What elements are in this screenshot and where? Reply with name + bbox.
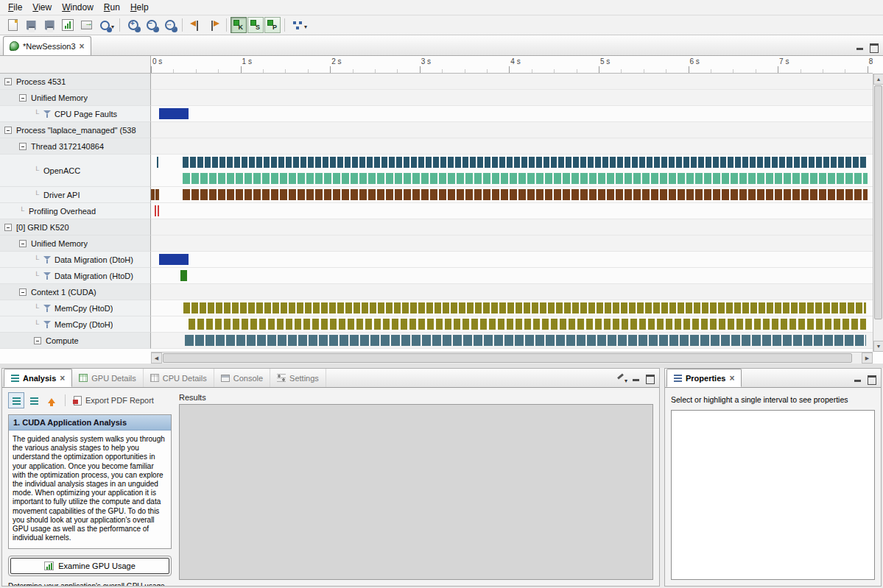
activity-bar[interactable]: [159, 254, 189, 265]
timeline-lane[interactable]: [151, 252, 873, 268]
collapse-icon[interactable]: [4, 224, 12, 231]
activity-bar[interactable]: [189, 319, 866, 330]
examine-gpu-usage-button-inner[interactable]: Examine GPU Usage: [10, 558, 169, 574]
tree-cell[interactable]: Unified Memory: [0, 90, 151, 106]
collapse-icon[interactable]: [4, 127, 12, 134]
vertical-scrollbar[interactable]: [873, 74, 883, 352]
filter-icon[interactable]: [43, 304, 52, 313]
menu-item-run[interactable]: Run: [99, 1, 125, 14]
timeline-lane[interactable]: [151, 284, 873, 300]
examine-gpu-usage-button[interactable]: Examine GPU Usage: [8, 556, 172, 576]
collapse-icon[interactable]: [19, 94, 27, 102]
tree-cell[interactable]: Context 1 (CUDA): [0, 284, 151, 300]
analysis-menu-button[interactable]: [289, 17, 309, 33]
activity-bar[interactable]: [183, 157, 868, 168]
timeline-lane[interactable]: [151, 74, 873, 90]
menu-item-file[interactable]: File: [3, 1, 27, 14]
tree-cell[interactable]: Data Migration (HtoD): [0, 268, 151, 284]
vertical-scroll-thumb[interactable]: [874, 85, 882, 319]
tree-cell[interactable]: Process "laplace_managed" (538: [0, 122, 151, 138]
close-icon[interactable]: [80, 42, 85, 51]
filter-icon[interactable]: [43, 272, 52, 280]
close-icon[interactable]: [60, 374, 65, 383]
back-button[interactable]: [43, 392, 60, 408]
tree-cell[interactable]: [0] GRID K520: [0, 219, 151, 235]
tree-cell[interactable]: Data Migration (DtoH): [0, 252, 151, 268]
save-all-button[interactable]: [41, 17, 58, 33]
scroll-left-button[interactable]: [151, 353, 162, 364]
save-button[interactable]: [22, 17, 40, 33]
minimize-button[interactable]: [856, 43, 864, 51]
tree-cell[interactable]: MemCpy (HtoD): [0, 300, 151, 316]
session-tab[interactable]: *NewSession3: [3, 36, 91, 55]
timeline-lane[interactable]: [151, 187, 873, 203]
menu-item-view[interactable]: View: [27, 1, 57, 14]
tree-cell[interactable]: MemCpy (DtoH): [0, 316, 151, 333]
minimize-button[interactable]: [633, 375, 640, 382]
activity-bar[interactable]: [180, 270, 187, 281]
timeline-lane[interactable]: [151, 106, 873, 122]
tree-cell[interactable]: Unified Memory: [0, 235, 151, 252]
timeline-lane[interactable]: [151, 333, 873, 349]
tree-cell[interactable]: OpenACC: [0, 155, 151, 187]
scroll-up-button[interactable]: [873, 74, 883, 85]
timeline-lane[interactable]: [151, 122, 873, 138]
horizontal-scrollbar[interactable]: [151, 352, 873, 364]
zoom-out-button[interactable]: [142, 17, 160, 33]
export-button[interactable]: [77, 17, 95, 33]
tab-settings[interactable]: Settings: [270, 369, 326, 387]
stream-toggle-button[interactable]: S: [247, 17, 264, 33]
collapse-icon[interactable]: [19, 288, 27, 296]
zoom-in-button[interactable]: [124, 17, 141, 33]
menu-item-window[interactable]: Window: [57, 1, 99, 14]
timeline-lane[interactable]: [151, 316, 873, 333]
menu-item-help[interactable]: Help: [125, 1, 154, 14]
export-pdf-button[interactable]: Export PDF Report: [71, 392, 157, 408]
unguided-analysis-button[interactable]: [26, 392, 42, 408]
tree-cell[interactable]: Compute: [0, 333, 151, 349]
activity-bar[interactable]: [158, 205, 159, 216]
timeline-lane[interactable]: [151, 300, 873, 316]
filter-icon[interactable]: [43, 110, 52, 118]
next-marker-button[interactable]: [205, 17, 222, 33]
collapse-icon[interactable]: [19, 240, 27, 247]
timeline-lane[interactable]: [151, 155, 873, 187]
minimize-button[interactable]: [854, 375, 862, 383]
timeline-lane[interactable]: [151, 219, 873, 235]
tree-cell[interactable]: Process 4531: [0, 74, 151, 90]
tree-cell[interactable]: CPU Page Faults: [0, 106, 151, 122]
tab-console[interactable]: Console: [214, 369, 270, 387]
new-file-button[interactable]: [4, 17, 21, 33]
view-menu-icon[interactable]: [616, 374, 627, 383]
timeline-lane[interactable]: [151, 138, 873, 155]
collapse-icon[interactable]: [34, 337, 41, 344]
filter-icon[interactable]: [43, 255, 52, 264]
close-icon[interactable]: [729, 374, 734, 383]
activity-bar[interactable]: [183, 302, 867, 314]
horizontal-scroll-thumb[interactable]: [163, 353, 852, 363]
tree-cell[interactable]: Profiling Overhead: [0, 203, 151, 219]
process-toggle-button[interactable]: P: [264, 17, 281, 33]
timeline-lane[interactable]: [151, 235, 873, 252]
activity-bar[interactable]: [183, 189, 868, 200]
search-dropdown-button[interactable]: [96, 17, 116, 33]
guided-analysis-button[interactable]: [8, 392, 24, 408]
scroll-right-button[interactable]: [862, 353, 873, 364]
tab-cpu-details[interactable]: CPU Details: [144, 369, 214, 387]
activity-bar[interactable]: [157, 157, 158, 168]
maximize-button[interactable]: [868, 375, 875, 383]
activity-bar[interactable]: [151, 189, 159, 200]
tab-analysis[interactable]: Analysis: [4, 369, 72, 387]
activity-bar[interactable]: [159, 108, 189, 119]
tab-gpu-details[interactable]: GPU Details: [72, 369, 144, 387]
tab-properties[interactable]: Properties: [666, 369, 742, 387]
timeline-lane[interactable]: [151, 203, 873, 219]
activity-bar[interactable]: [183, 173, 868, 184]
collapse-icon[interactable]: [4, 78, 12, 85]
activity-bar[interactable]: [155, 205, 156, 216]
kernel-toggle-button[interactable]: K: [231, 17, 247, 33]
activity-bar[interactable]: [185, 335, 866, 346]
timeline-lane[interactable]: [151, 90, 873, 106]
zoom-fit-button[interactable]: [161, 17, 178, 33]
timeline-lane[interactable]: [151, 268, 873, 284]
